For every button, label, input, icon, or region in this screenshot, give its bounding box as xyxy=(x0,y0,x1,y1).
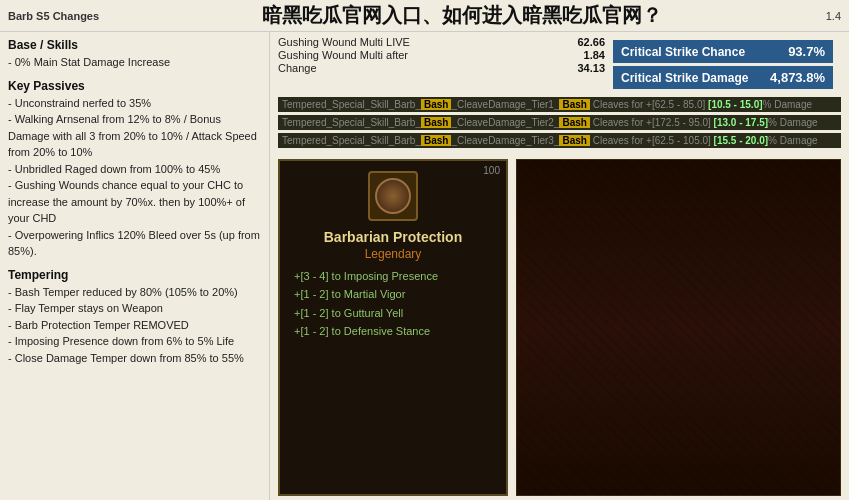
tooltip-stat-2: +[1 - 2] to Guttural Yell xyxy=(294,306,492,321)
crit-boxes: Critical Strike Chance 93.7% Critical St… xyxy=(605,36,841,93)
base-skills-section: Base / Skills - 0% Main Stat Damage Incr… xyxy=(8,38,261,71)
temper-suf-0: Cleaves for +[62.5 - 85.0] xyxy=(590,99,708,110)
base-skills-title: Base / Skills xyxy=(8,38,261,52)
background-image-area xyxy=(516,159,841,496)
tooltip-corner-num: 100 xyxy=(483,165,500,176)
tempering-title: Tempering xyxy=(8,268,261,282)
temper-mid-0: _CleaveDamage_Tier1_ xyxy=(451,99,559,110)
crit-damage-value: 4,873.8% xyxy=(770,70,825,85)
temper-section: Tempered_Special_Skill_Barb_ Bash _Cleav… xyxy=(270,93,849,155)
right-panel: Gushing Wound Multi LIVE 62.66 Gushing W… xyxy=(270,32,849,500)
temper-prefix-0: Tempered_Special_Skill_Barb_ xyxy=(282,99,421,110)
temper-suf-1: Cleaves for +[172.5 - 95.0] xyxy=(590,117,714,128)
stats-table: Gushing Wound Multi LIVE 62.66 Gushing W… xyxy=(278,36,605,93)
temper-row-1: Tempered_Special_Skill_Barb_ Bash _Cleav… xyxy=(278,115,841,130)
tempering-item-0: - Bash Temper reduced by 80% (105% to 20… xyxy=(8,284,261,301)
bg-texture xyxy=(517,160,840,495)
temper-tag1-1: Bash xyxy=(421,117,451,128)
stat-row-live: Gushing Wound Multi LIVE 62.66 xyxy=(278,36,605,48)
temper-suf-2: Cleaves for +[62.5 - 105.0] xyxy=(590,135,714,146)
temper-hl-2: [15.5 - 20.0] xyxy=(714,135,768,146)
crit-damage-label: Critical Strike Damage xyxy=(621,71,748,85)
temper-post-0: % Damage xyxy=(763,99,812,110)
key-passives-item-2: - Unbridled Raged down from 100% to 45% xyxy=(8,161,261,178)
crit-chance-value: 93.7% xyxy=(788,44,825,59)
change-value: 34.13 xyxy=(577,62,605,74)
temper-tag1-2: Bash xyxy=(421,135,451,146)
stat-row-after: Gushing Wound Multi after 1.84 xyxy=(278,49,605,61)
temper-tag2-2: Bash xyxy=(559,135,589,146)
temper-hl-1: [13.0 - 17.5] xyxy=(714,117,768,128)
tempering-item-4: - Close Damage Temper down from 85% to 5… xyxy=(8,350,261,367)
tooltip-box: 100 Barbarian Protection Legendary +[3 -… xyxy=(278,159,508,496)
crit-chance-box: Critical Strike Chance 93.7% xyxy=(613,40,833,63)
left-panel: Base / Skills - 0% Main Stat Damage Incr… xyxy=(0,32,270,500)
temper-prefix-1: Tempered_Special_Skill_Barb_ xyxy=(282,117,421,128)
key-passives-section: Key Passives - Unconstraind nerfed to 35… xyxy=(8,79,261,260)
temper-tag2-1: Bash xyxy=(559,117,589,128)
tooltip-icon xyxy=(375,178,411,214)
content-area: Base / Skills - 0% Main Stat Damage Incr… xyxy=(0,32,849,500)
gushing-after-label: Gushing Wound Multi after xyxy=(278,49,408,61)
temper-prefix-2: Tempered_Special_Skill_Barb_ xyxy=(282,135,421,146)
key-passives-item-0: - Unconstraind nerfed to 35% xyxy=(8,95,261,112)
key-passives-title: Key Passives xyxy=(8,79,261,93)
temper-tag2-0: Bash xyxy=(559,99,589,110)
tempering-item-2: - Barb Protection Temper REMOVED xyxy=(8,317,261,334)
tempering-item-3: - Imposing Presence down from 6% to 5% L… xyxy=(8,333,261,350)
main-container: Barb S5 Changes 暗黑吃瓜官网入口、如何进入暗黑吃瓜官网？ 1.4… xyxy=(0,0,849,500)
tooltip-item-name: Barbarian Protection xyxy=(324,229,462,245)
temper-post-1: % Damage xyxy=(768,117,817,128)
key-passives-item-1: - Walking Arnsenal from 12% to 8% / Bonu… xyxy=(8,111,261,161)
tooltip-icon-area xyxy=(368,171,418,221)
temper-hl-0: [10.5 - 15.0] xyxy=(708,99,762,110)
crit-damage-box: Critical Strike Damage 4,873.8% xyxy=(613,66,833,89)
tooltip-stat-3: +[1 - 2] to Defensive Stance xyxy=(294,324,492,339)
key-passives-item-3: - Gushing Wounds chance equal to your CH… xyxy=(8,177,261,227)
key-passives-item-4: - Overpowering Inflics 120% Bleed over 5… xyxy=(8,227,261,260)
gushing-after-value: 1.84 xyxy=(584,49,605,61)
page-title: 暗黑吃瓜官网入口、如何进入暗黑吃瓜官网？ xyxy=(99,2,826,29)
version-label: 1.4 xyxy=(826,10,841,22)
temper-row-0: Tempered_Special_Skill_Barb_ Bash _Cleav… xyxy=(278,97,841,112)
crit-chance-label: Critical Strike Chance xyxy=(621,45,745,59)
temper-tag1-0: Bash xyxy=(421,99,451,110)
gushing-live-label: Gushing Wound Multi LIVE xyxy=(278,36,410,48)
change-label: Change xyxy=(278,62,317,74)
temper-row-2: Tempered_Special_Skill_Barb_ Bash _Cleav… xyxy=(278,133,841,148)
tooltip-rarity: Legendary xyxy=(365,247,422,261)
top-right-section: Gushing Wound Multi LIVE 62.66 Gushing W… xyxy=(270,32,849,93)
temper-mid-2: _CleaveDamage_Tier3_ xyxy=(451,135,559,146)
stat-row-change: Change 34.13 xyxy=(278,62,605,74)
bottom-area: 100 Barbarian Protection Legendary +[3 -… xyxy=(270,155,849,500)
top-banner: Barb S5 Changes 暗黑吃瓜官网入口、如何进入暗黑吃瓜官网？ 1.4 xyxy=(0,0,849,32)
barb-label: Barb S5 Changes xyxy=(8,10,99,22)
temper-mid-1: _CleaveDamage_Tier2_ xyxy=(451,117,559,128)
tooltip-stat-0: +[3 - 4] to Imposing Presence xyxy=(294,269,492,284)
base-skills-item-0: - 0% Main Stat Damage Increase xyxy=(8,54,261,71)
temper-post-2: % Damage xyxy=(768,135,817,146)
gushing-live-value: 62.66 xyxy=(577,36,605,48)
tooltip-stat-1: +[1 - 2] to Martial Vigor xyxy=(294,287,492,302)
tempering-section: Tempering - Bash Temper reduced by 80% (… xyxy=(8,268,261,367)
tempering-item-1: - Flay Temper stays on Weapon xyxy=(8,300,261,317)
